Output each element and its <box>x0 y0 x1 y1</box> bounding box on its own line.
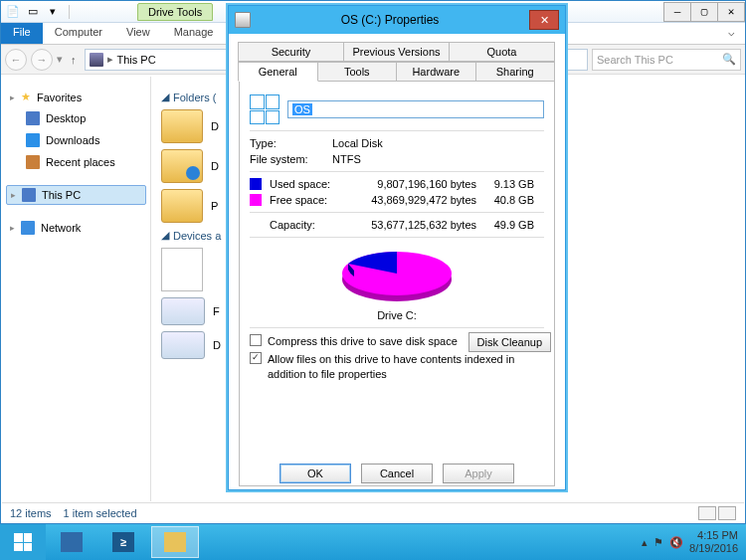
tab-security[interactable]: Security <box>238 42 344 62</box>
action-center-icon[interactable]: ⚑ <box>653 536 663 549</box>
capacity-gb: 49.9 GB <box>484 219 534 231</box>
forward-button[interactable]: → <box>31 49 53 71</box>
disk-cleanup-button[interactable]: Disk Cleanup <box>468 332 551 352</box>
taskbar-explorer[interactable] <box>151 526 199 558</box>
downloads-icon <box>26 133 40 147</box>
properties-dialog: OS (C:) Properties ✕ Security Previous V… <box>228 5 566 490</box>
dialog-title: OS (C:) Properties <box>251 13 529 27</box>
filesystem-label: File system: <box>250 153 324 165</box>
recent-locations-icon[interactable]: ▾ <box>57 53 63 66</box>
tab-computer[interactable]: Computer <box>43 23 114 44</box>
drive-icon <box>235 12 251 28</box>
nav-network[interactable]: ▸Network <box>6 219 146 237</box>
tab-previous-versions[interactable]: Previous Versions <box>343 42 450 62</box>
status-bar: 12 items 1 item selected <box>2 502 744 522</box>
nav-desktop[interactable]: Desktop <box>6 109 146 127</box>
nav-pane: ▸★Favorites Desktop Downloads Recent pla… <box>2 77 151 501</box>
qat-chevron-icon[interactable]: ▾ <box>45 4 61 20</box>
icons-view-button[interactable] <box>718 506 736 520</box>
drive-label: Drive C: <box>250 309 544 321</box>
back-button[interactable]: ← <box>5 49 27 71</box>
free-gb: 40.8 GB <box>484 194 534 206</box>
document-icon <box>161 248 203 291</box>
ribbon-expand-icon[interactable]: ⌵ <box>716 23 745 44</box>
taskbar-powershell[interactable]: ≥ <box>99 526 147 558</box>
status-items: 12 items <box>10 507 52 519</box>
search-input[interactable]: Search This PC 🔍 <box>592 49 741 71</box>
dialog-close-button[interactable]: ✕ <box>529 10 559 30</box>
volume-icon[interactable]: 🔇 <box>669 536 683 549</box>
nav-favorites[interactable]: ▸★Favorites <box>6 89 146 105</box>
folder-icon <box>161 149 203 183</box>
usage-pie-chart <box>327 246 466 307</box>
free-swatch <box>250 194 262 206</box>
folder-icon <box>161 189 203 223</box>
pc-icon <box>22 188 36 202</box>
cancel-button[interactable]: Cancel <box>361 464 433 483</box>
used-gb: 9.13 GB <box>484 178 534 190</box>
used-bytes: 9,807,196,160 bytes <box>352 178 476 190</box>
star-icon: ★ <box>21 91 31 103</box>
desktop-icon <box>26 111 40 125</box>
tab-file[interactable]: File <box>1 23 43 44</box>
properties-icon[interactable]: 📄 <box>5 4 21 20</box>
compress-checkbox[interactable] <box>250 334 262 346</box>
taskbar: ≥ ▴ ⚑ 🔇 4:15 PM 8/19/2016 <box>0 524 746 560</box>
search-icon: 🔍 <box>722 53 736 66</box>
maximize-button[interactable]: ▢ <box>690 2 718 22</box>
nav-this-pc[interactable]: ▸This PC <box>6 185 146 205</box>
capacity-bytes: 53,677,125,632 bytes <box>352 219 476 231</box>
tray-chevron-icon[interactable]: ▴ <box>642 536 648 549</box>
tab-tools[interactable]: Tools <box>317 62 398 82</box>
nav-recent[interactable]: Recent places <box>6 153 146 171</box>
ok-button[interactable]: OK <box>280 464 351 483</box>
free-bytes: 43,869,929,472 bytes <box>352 194 476 206</box>
details-view-button[interactable] <box>698 506 716 520</box>
taskbar-server-manager[interactable] <box>48 526 95 558</box>
filesystem-value: NTFS <box>332 153 361 165</box>
drive-icon <box>161 297 205 325</box>
tab-view[interactable]: View <box>114 23 162 44</box>
tab-general[interactable]: General <box>238 62 318 82</box>
tab-quota[interactable]: Quota <box>449 42 555 62</box>
minimize-button[interactable]: — <box>663 2 691 22</box>
recent-icon <box>26 155 40 169</box>
tab-hardware[interactable]: Hardware <box>396 62 476 82</box>
drive-icon <box>250 94 280 124</box>
tab-manage[interactable]: Manage <box>162 23 226 44</box>
folder-icon <box>161 109 203 143</box>
close-button[interactable]: ✕ <box>717 2 745 22</box>
network-icon <box>21 221 35 235</box>
drive-name-input[interactable]: OS <box>287 100 544 118</box>
general-panel: OS Type:Local Disk File system:NTFS Used… <box>239 81 555 486</box>
status-selected: 1 item selected <box>64 507 137 519</box>
drive-tools-tab[interactable]: Drive Tools <box>137 3 213 21</box>
apply-button[interactable]: Apply <box>443 464 514 483</box>
index-checkbox[interactable] <box>250 352 262 364</box>
start-button[interactable] <box>0 524 46 560</box>
new-folder-icon[interactable]: ▭ <box>25 4 41 20</box>
type-value: Local Disk <box>332 137 383 149</box>
nav-downloads[interactable]: Downloads <box>6 131 146 149</box>
dialog-titlebar[interactable]: OS (C:) Properties ✕ <box>229 6 565 34</box>
clock[interactable]: 4:15 PM 8/19/2016 <box>689 529 738 555</box>
up-button[interactable]: ↑ <box>67 54 81 66</box>
drive-icon <box>161 331 205 359</box>
tab-sharing[interactable]: Sharing <box>475 62 556 82</box>
used-swatch <box>250 178 262 190</box>
pc-icon <box>90 53 103 67</box>
breadcrumb[interactable]: This PC <box>117 54 156 66</box>
system-tray: ▴ ⚑ 🔇 4:15 PM 8/19/2016 <box>642 529 746 555</box>
type-label: Type: <box>250 137 324 149</box>
